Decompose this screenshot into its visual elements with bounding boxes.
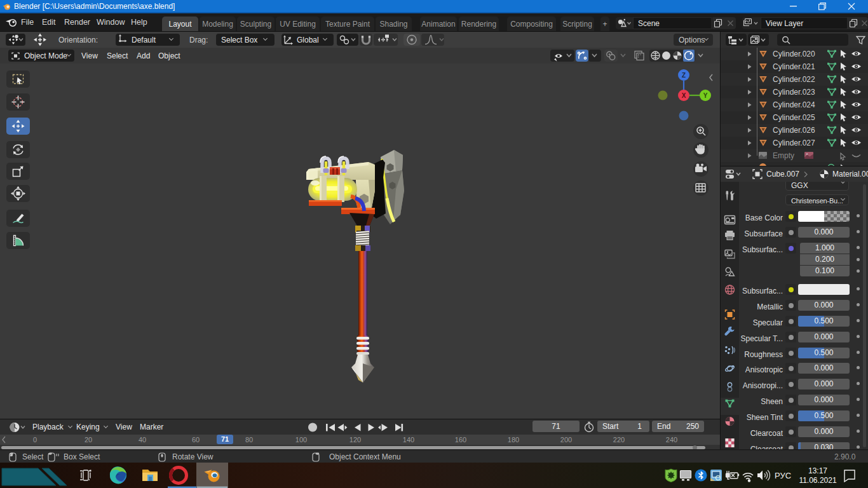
svg-text:Y: Y bbox=[703, 92, 708, 99]
svg-text:Z: Z bbox=[682, 72, 686, 79]
svg-text:X: X bbox=[682, 92, 686, 99]
